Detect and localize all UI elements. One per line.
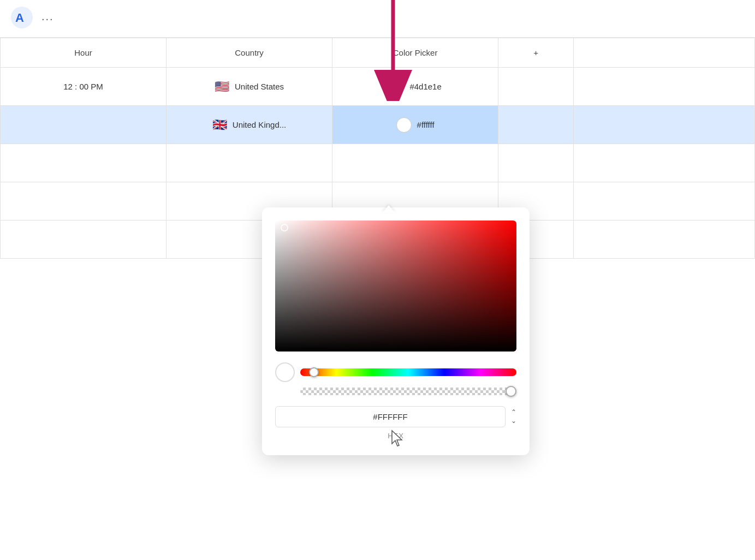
cell-empty-1 xyxy=(574,106,755,144)
svg-text:A: A xyxy=(15,11,24,25)
cell-color[interactable]: #4d1e1e xyxy=(332,68,498,106)
hue-slider[interactable] xyxy=(300,368,516,376)
chevron-up-icon: ⌃ xyxy=(511,409,516,416)
cell-empty-2 xyxy=(574,144,755,182)
cell-add-1 xyxy=(498,106,574,144)
hex-input-row: #FFFFFF ⌃ ⌄ xyxy=(275,406,516,427)
hue-slider-wrapper[interactable] xyxy=(300,368,516,376)
col-header-empty xyxy=(574,38,755,68)
cell-empty-4 xyxy=(574,221,755,259)
cursor-icon xyxy=(390,430,405,447)
alpha-slider[interactable] xyxy=(300,388,516,395)
table-row: 🇬🇧 United Kingd... #ffffff xyxy=(1,106,755,144)
hue-thumb[interactable] xyxy=(309,367,319,377)
cell-hour[interactable]: 12 : 00 PM xyxy=(1,68,167,106)
color-swatch xyxy=(389,79,404,94)
color-picker-popup: #FFFFFF ⌃ ⌄ HEX xyxy=(262,207,530,455)
svg-marker-4 xyxy=(392,431,402,446)
col-header-hour: Hour xyxy=(1,38,167,68)
cell-country-1[interactable]: 🇬🇧 United Kingd... xyxy=(167,106,332,144)
color-swatch-white xyxy=(396,117,412,133)
cell-color-1[interactable]: #ffffff xyxy=(332,106,498,144)
format-toggle[interactable]: ⌃ ⌄ xyxy=(511,409,516,424)
hue-slider-row xyxy=(275,362,516,382)
table-row: 12 : 00 PM 🇺🇸 United States #4d1e1e xyxy=(1,68,755,106)
flag-icon: 🇬🇧 xyxy=(212,118,227,132)
topbar: A ··· xyxy=(0,0,755,38)
alpha-thumb[interactable] xyxy=(506,386,516,397)
color-hex-value-1: #ffffff xyxy=(417,120,435,129)
chevron-down-icon: ⌄ xyxy=(511,418,516,425)
cell-add-2 xyxy=(498,144,574,182)
col-header-color-picker[interactable]: Color Picker xyxy=(332,38,498,68)
table-row xyxy=(1,144,755,182)
color-gradient-canvas[interactable] xyxy=(275,221,516,352)
country-name: United Kingd... xyxy=(233,120,286,129)
col-header-country[interactable]: Country xyxy=(167,38,332,68)
cell-hour-2 xyxy=(1,144,167,182)
cell-country-2 xyxy=(167,144,332,182)
cell-color-2 xyxy=(332,144,498,182)
gradient-cursor xyxy=(281,224,288,231)
col-header-add[interactable]: + xyxy=(498,38,574,68)
country-name: United States xyxy=(235,82,284,91)
cell-country[interactable]: 🇺🇸 United States xyxy=(167,68,332,106)
cell-hour-1[interactable] xyxy=(1,106,167,144)
cell-empty-3 xyxy=(574,182,755,221)
cell-hour-3 xyxy=(1,182,167,221)
color-preview-circle xyxy=(275,362,295,382)
hex-label-row: HEX xyxy=(275,432,516,440)
flag-icon: 🇺🇸 xyxy=(215,80,229,94)
more-options-button[interactable]: ··· xyxy=(41,13,54,25)
popup-caret xyxy=(382,205,395,213)
cell-hour-4 xyxy=(1,221,167,259)
gradient-background xyxy=(275,221,516,352)
hex-input[interactable]: #FFFFFF xyxy=(275,406,506,427)
alpha-slider-wrapper[interactable] xyxy=(300,388,516,395)
color-hex-value: #4d1e1e xyxy=(409,82,441,91)
cell-empty-0 xyxy=(574,68,755,106)
alpha-slider-row xyxy=(275,388,516,395)
cell-add-0 xyxy=(498,68,574,106)
logo: A xyxy=(11,7,33,31)
